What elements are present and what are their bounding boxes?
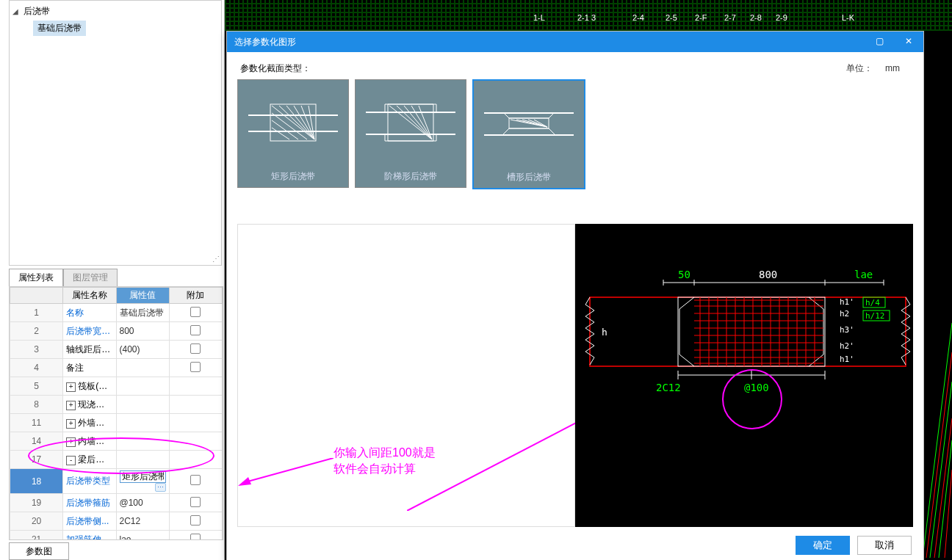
row-index[interactable]: 1 [10, 304, 63, 322]
value-input[interactable] [120, 470, 166, 483]
prop-name[interactable]: 后浇带箍筋 [63, 494, 116, 512]
extra-checkbox[interactable] [169, 469, 222, 494]
extra-checkbox[interactable] [169, 359, 222, 377]
extra-checkbox[interactable] [169, 494, 222, 512]
prop-name[interactable]: 轴线距后浇带... [63, 341, 116, 359]
dialog-titlebar[interactable]: 选择参数化图形 ▢ ✕ [227, 32, 923, 52]
prop-name[interactable]: 加强筋伸... [63, 531, 116, 541]
prop-name[interactable]: 备注 [63, 359, 116, 377]
prop-name[interactable]: 名称 [63, 304, 116, 322]
prop-name[interactable]: 后浇带宽度(mm) [63, 322, 116, 341]
expand-icon[interactable]: + [66, 437, 76, 447]
extra-checkbox[interactable] [169, 322, 222, 341]
grid-label: 2-7 [724, 13, 736, 22]
expand-icon[interactable]: + [66, 401, 76, 410]
resize-grip-icon[interactable]: ⋰ [212, 255, 220, 263]
row-index[interactable]: 21 [10, 531, 63, 541]
prop-value[interactable] [116, 396, 169, 414]
prop-name[interactable]: +内墙后浇带 [63, 432, 116, 451]
row-index[interactable]: 17 [10, 451, 63, 469]
extra-checkbox[interactable] [169, 341, 222, 359]
prop-value[interactable]: (400) [116, 341, 169, 359]
extra-checkbox[interactable] [169, 512, 222, 531]
expand-icon[interactable]: + [66, 419, 76, 429]
prop-value[interactable]: lae [116, 531, 169, 541]
section-preview[interactable]: 50 800 lae [575, 224, 913, 527]
section-card-rect[interactable]: 矩形后浇带 [237, 79, 349, 188]
row-index[interactable]: 11 [10, 414, 63, 432]
expand-icon[interactable]: + [66, 382, 76, 392]
row-index[interactable]: 5 [10, 377, 63, 396]
prop-name[interactable]: +外墙后浇带 [63, 414, 116, 432]
tree-root-label[interactable]: 后浇带 [24, 6, 50, 16]
col-head-index [10, 288, 63, 304]
tab-properties[interactable]: 属性列表 [9, 269, 63, 286]
svg-line-1 [926, 352, 952, 558]
tab-parameter-view[interactable]: 参数图 [9, 542, 69, 560]
ok-button[interactable]: 确定 [796, 536, 850, 555]
prop-value[interactable]: 基础后浇带 [116, 304, 169, 322]
col-head-value[interactable]: 属性值 [116, 288, 169, 304]
section-card-groove[interactable]: 槽形后浇带 [472, 79, 585, 189]
section-card-step[interactable]: 阶梯形后浇带 [355, 79, 466, 188]
extra-checkbox[interactable] [169, 531, 222, 541]
grid-label: 2-4 [632, 13, 644, 22]
svg-line-13 [242, 458, 333, 483]
groove-section-icon [474, 81, 584, 166]
cancel-button[interactable]: 取消 [857, 536, 912, 555]
component-tree[interactable]: ◢ 后浇带 基础后浇带 ⋰ [9, 0, 222, 266]
extra-checkbox[interactable] [169, 304, 222, 322]
row-index[interactable]: 19 [10, 494, 63, 512]
step-section-icon [356, 80, 466, 165]
prop-value[interactable]: 2C12 [116, 512, 169, 531]
row-index[interactable]: 18 [10, 469, 63, 494]
tree-child-item[interactable]: 基础后浇带 [33, 21, 86, 36]
prop-name[interactable]: 后浇带侧... [63, 512, 116, 531]
extra-checkbox[interactable] [169, 377, 222, 396]
extra-checkbox[interactable] [169, 396, 222, 414]
row-index[interactable]: 14 [10, 432, 63, 451]
cad-canvas-right [923, 323, 952, 558]
row-index[interactable]: 4 [10, 359, 63, 377]
prop-value[interactable] [116, 451, 169, 469]
close-button[interactable]: ✕ [894, 32, 923, 52]
svg-rect-10 [366, 134, 455, 135]
col-head-extra: 附加 [169, 288, 222, 304]
prop-name[interactable]: +现浇板后浇带 [63, 396, 116, 414]
maximize-button[interactable]: ▢ [865, 32, 894, 52]
svg-text:h: h [602, 327, 607, 338]
row-index[interactable]: 8 [10, 396, 63, 414]
svg-rect-7 [248, 131, 338, 132]
svg-rect-9 [366, 112, 455, 113]
svg-text:@100: @100 [744, 382, 769, 393]
svg-text:h/4: h/4 [865, 298, 880, 308]
extra-checkbox[interactable] [169, 414, 222, 432]
prop-value[interactable] [116, 377, 169, 396]
prop-name[interactable]: +筏板(桩承台... [63, 377, 116, 396]
svg-text:h2': h2' [840, 341, 854, 351]
row-index[interactable]: 2 [10, 322, 63, 341]
annotation-text: 你输入间距100就是 软件会自动计算 [333, 445, 436, 477]
extra-checkbox[interactable] [169, 432, 222, 451]
prop-value[interactable] [116, 359, 169, 377]
ellipsis-button[interactable]: ⋯ [155, 483, 166, 492]
collapse-icon[interactable]: - [66, 456, 76, 465]
parametric-shape-dialog: 选择参数化图形 ▢ ✕ 参数化截面类型： 单位： mm 矩形后浇带 [226, 31, 924, 560]
prop-value[interactable]: 800 [116, 322, 169, 341]
property-grid[interactable]: 属性名称 属性值 附加 1名称基础后浇带2后浇带宽度(mm)8003轴线距后浇带… [9, 286, 223, 540]
extra-checkbox[interactable] [169, 451, 222, 469]
cad-canvas-top: 1-L 2-1 3 2-4 2-5 2-F 2-7 2-8 2-9 L-K [225, 0, 952, 31]
prop-value[interactable]: @100 [116, 494, 169, 512]
prop-value[interactable]: ⋯ [116, 469, 169, 494]
svg-text:800: 800 [759, 269, 777, 280]
tree-collapse-icon[interactable]: ◢ [12, 7, 18, 15]
prop-value[interactable] [116, 432, 169, 451]
prop-name[interactable]: -梁后浇带 [63, 451, 116, 469]
svg-rect-12 [484, 134, 574, 136]
prop-value[interactable] [116, 414, 169, 432]
row-index[interactable]: 20 [10, 512, 63, 531]
section-type-label: 参数化截面类型： [240, 62, 311, 75]
prop-name[interactable]: 后浇带类型 [63, 469, 116, 494]
row-index[interactable]: 3 [10, 341, 63, 359]
tab-layers[interactable]: 图层管理 [63, 269, 118, 286]
